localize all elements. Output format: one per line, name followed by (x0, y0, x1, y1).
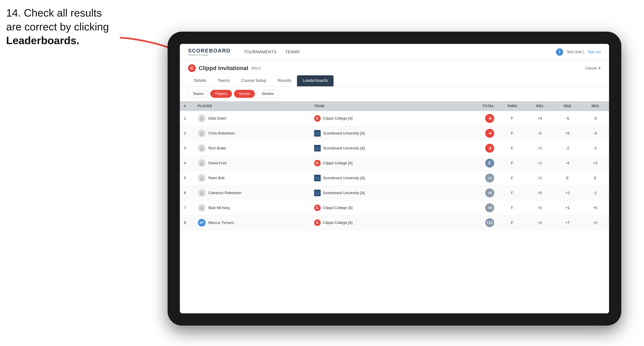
team-cell: Scoreboard University [A] (310, 126, 465, 141)
nav-tournaments[interactable]: TOURNAMENTS (241, 48, 280, 56)
avatar (198, 204, 206, 212)
tab-results[interactable]: Results (272, 75, 297, 86)
table-header-row: # PLAYER TEAM TOTAL THRU RD1 RD2 RD3 (180, 101, 609, 111)
leaderboard-table: # PLAYER TEAM TOTAL THRU RD1 RD2 RD3 1El… (180, 101, 609, 313)
player-name: Marcus Turners (208, 221, 234, 225)
col-rd2: RD2 (554, 101, 581, 111)
rd1-cell: +1 (526, 156, 554, 171)
team-logo-c: C (314, 160, 321, 166)
filter-strokes-button[interactable]: Strokes (257, 90, 279, 98)
svg-point-4 (200, 134, 203, 136)
rd3-cell: -1 (581, 141, 609, 156)
cancel-button[interactable]: Cancel ✕ (585, 66, 601, 70)
tournament-logo: C (188, 64, 196, 72)
team-name: Scoreboard University [A] (323, 146, 365, 151)
svg-point-13 (201, 206, 203, 208)
instruction-text: 14. Check all results are correct by cli… (6, 6, 109, 48)
team-logo-s (314, 145, 321, 152)
rd3-cell: +2 (581, 215, 609, 230)
score-badge: -8 (485, 114, 494, 123)
col-rd1: RD1 (526, 101, 554, 111)
filter-players-button[interactable]: Players (210, 90, 232, 98)
team-logo-c: C (314, 204, 321, 211)
tab-course-setup[interactable]: Course Setup (236, 75, 272, 86)
table-row: 3Rich ButlerScoreboard University [A]-2F… (180, 141, 609, 156)
rd1-cell: +3 (526, 111, 554, 126)
tab-details[interactable]: Details (188, 75, 212, 86)
logo-text: SCOREBOARD (188, 48, 230, 54)
player-name: Rees Britt (208, 176, 224, 180)
rd2-cell: -6 (554, 111, 581, 126)
col-rank: # (180, 101, 194, 111)
rank-cell: 3 (180, 141, 194, 156)
tournament-title-row: C Clippd Invitational (Men) Cancel ✕ (188, 64, 601, 72)
close-icon: ✕ (598, 66, 601, 70)
sub-header: C Clippd Invitational (Men) Cancel ✕ Det… (180, 60, 609, 87)
total-cell: -4 (465, 126, 498, 141)
avatar (198, 115, 206, 122)
logo-sub: Powered by clippd (188, 53, 230, 56)
total-cell: E (465, 156, 498, 171)
tablet-screen: SCOREBOARD Powered by clippd TOURNAMENTS… (180, 44, 609, 313)
thru-cell: F (498, 215, 526, 230)
col-team: TEAM (310, 101, 465, 111)
rd3-cell: -4 (581, 126, 609, 141)
team-cell: Scoreboard University [A] (310, 185, 465, 200)
team-cell: CClippd College [A] (310, 156, 465, 171)
logo-area: SCOREBOARD Powered by clippd (188, 48, 230, 56)
col-rd3: RD3 (581, 101, 609, 111)
table-row: 8MTMarcus TurnersCClippd College [A]+11F… (180, 215, 609, 230)
table-row: 5Rees BrittScoreboard University [A]+1F+… (180, 171, 609, 185)
filter-teams-button[interactable]: Teams (188, 90, 208, 98)
team-name: Scoreboard University [A] (323, 176, 365, 180)
team-logo-s (314, 130, 321, 137)
player-cell: Chris Robertson (194, 126, 310, 141)
rd1-cell: +2 (526, 215, 554, 230)
team-cell: CClippd College [A] (310, 215, 465, 230)
filter-scores-button[interactable]: Scores (234, 90, 255, 98)
rd3-cell: -1 (581, 185, 609, 200)
team-name: Scoreboard University [A] (323, 191, 365, 195)
svg-point-5 (201, 147, 203, 149)
avatar: MT (198, 219, 206, 227)
total-cell: +6 (465, 185, 498, 200)
user-icon: T (556, 48, 563, 56)
svg-point-12 (200, 193, 203, 195)
player-cell: Cameron Robertson (194, 185, 310, 200)
tab-bar: Details Teams Course Setup Results Leade… (188, 75, 601, 86)
thru-cell: F (498, 156, 526, 171)
thru-cell: F (498, 141, 526, 156)
player-cell: Rich Butler (194, 141, 310, 156)
rd2-cell: +2 (554, 185, 581, 200)
sign-out-link[interactable]: Sign out (588, 50, 601, 54)
thru-cell: F (498, 200, 526, 215)
team-logo-c: C (314, 219, 321, 226)
col-player: PLAYER (194, 101, 310, 111)
rank-cell: 5 (180, 171, 194, 185)
gender-badge: (Men) (251, 66, 261, 70)
tab-teams[interactable]: Teams (212, 75, 236, 86)
nav-teams[interactable]: TEAMS (282, 48, 303, 56)
table-row: 7Blair McHargCClippd College [A]+9F+2+1+… (180, 200, 609, 215)
player-cell: Elliot Ebert (194, 111, 310, 126)
rd2-cell: -4 (554, 156, 581, 171)
rank-cell: 8 (180, 215, 194, 230)
total-cell: -2 (465, 141, 498, 156)
team-logo-c: C (314, 115, 321, 122)
avatar (198, 189, 206, 197)
svg-point-14 (200, 208, 203, 210)
svg-point-8 (200, 164, 203, 165)
total-cell: +11 (465, 215, 498, 230)
tab-leaderboards[interactable]: Leaderboards (297, 75, 334, 86)
player-cell: David Ford (194, 156, 310, 171)
table-row: 1Elliot EbertCClippd College [A]-8F+3-6-… (180, 111, 609, 126)
table-row: 4David FordCClippd College [A]EF+1-4+3 (180, 156, 609, 171)
svg-point-11 (201, 191, 203, 193)
score-badge: E (485, 159, 494, 168)
player-name: Blair McHarg (208, 206, 230, 210)
rd3-cell: +3 (581, 156, 609, 171)
svg-point-10 (200, 178, 203, 180)
team-name: Clippd College [A] (323, 206, 352, 210)
rd3-cell: +6 (581, 200, 609, 215)
rd3-cell: -5 (581, 111, 609, 126)
